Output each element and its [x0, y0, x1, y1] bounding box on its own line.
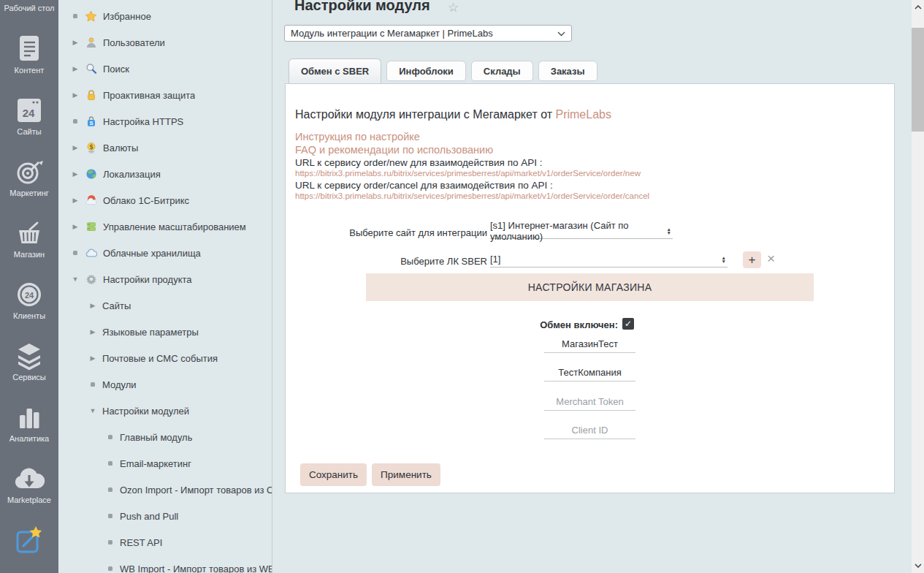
- merchant-token-input[interactable]: Merchant Token: [544, 395, 635, 411]
- lk-select[interactable]: [1] ▲▼: [490, 251, 728, 267]
- admin-menu-tree: Избранное▶Пользователи▶Поиск▶Проактивная…: [58, 0, 272, 573]
- rail-item-сервисы[interactable]: Сервисы: [7, 341, 51, 382]
- tree-item-label: Валюты: [103, 143, 138, 153]
- tree-item-label: Сайты: [102, 300, 131, 311]
- target-icon: [14, 157, 45, 186]
- user-icon: [85, 37, 97, 49]
- order-cancel-url-label: URL к сервису order/cancel для взаимодей…: [295, 180, 553, 191]
- module-select[interactable]: Модуль интеграции с Мегамаркет | PrimeLa…: [284, 25, 572, 42]
- rail-item-сайты[interactable]: 24Сайты: [7, 96, 51, 136]
- module-heading: Настройки модуля интеграции с Мегамаркет…: [295, 108, 611, 121]
- tree-item[interactable]: ▶Пользователи: [58, 29, 272, 56]
- scroll-up-icon[interactable]: [912, 1, 924, 13]
- tab-infoblocks[interactable]: Инфоблоки: [386, 61, 466, 81]
- rail-item-аналитика[interactable]: Аналитика: [7, 403, 51, 443]
- svg-text:S: S: [89, 120, 93, 126]
- tree-item-label: Локализация: [103, 169, 161, 180]
- add-lk-button[interactable]: +: [743, 251, 761, 268]
- apply-button[interactable]: Применить: [372, 463, 440, 486]
- client-id-input[interactable]: Client ID: [544, 424, 635, 439]
- collapsed-arrow-icon: ▶: [88, 302, 98, 309]
- select-spinner-icon[interactable]: ▲▼: [667, 227, 673, 235]
- tree-item[interactable]: ▶Языковые параметры: [58, 319, 272, 345]
- rail-item-desktop[interactable]: Рабочий стол: [4, 4, 54, 13]
- remove-lk-icon[interactable]: ×: [767, 251, 775, 267]
- bullet-icon: [105, 461, 115, 466]
- tree-item-label: Push and Pull: [120, 511, 178, 522]
- tree-item[interactable]: ▶$Валюты: [58, 134, 272, 161]
- tree-item[interactable]: ▶Проактивная защита: [58, 82, 272, 108]
- cloud-red-icon: [85, 194, 97, 207]
- instruction-link[interactable]: Инструкция по настройке: [295, 131, 420, 143]
- shop-name-input[interactable]: МагазинТест: [544, 338, 635, 353]
- site-select[interactable]: [s1] Интернет-магазин (Сайт по умолчанию…: [490, 223, 673, 239]
- tab-warehouses[interactable]: Склады: [471, 61, 533, 81]
- select-spinner-icon[interactable]: ▲▼: [722, 256, 728, 263]
- layers-icon: [14, 341, 45, 371]
- scroll-down-icon[interactable]: [912, 560, 924, 572]
- tree-item[interactable]: Модули: [58, 371, 272, 398]
- server-icon: [85, 221, 97, 233]
- currency-icon: $: [85, 142, 97, 154]
- exchange-enabled-checkbox[interactable]: ✓: [622, 318, 634, 330]
- tree-item[interactable]: ▶Облако 1С-Битрикс: [58, 187, 272, 213]
- tree-item[interactable]: ▶Управление масштабированием: [58, 213, 272, 240]
- bullet-icon: [105, 435, 115, 439]
- tree-item[interactable]: Email-маркетинг: [58, 450, 272, 477]
- order-new-url-label: URL к сервису order/new для взаимодейств…: [295, 157, 542, 168]
- tree-item[interactable]: REST API: [58, 529, 272, 555]
- rail-item-marketplace[interactable]: Marketplace: [7, 464, 51, 504]
- rail-item-label: Маркетинг: [9, 189, 48, 197]
- favorite-star-icon[interactable]: ☆: [448, 0, 459, 15]
- basket-icon: [14, 219, 45, 248]
- expanded-arrow-icon: ▼: [70, 276, 80, 283]
- tree-item[interactable]: Избранное: [58, 3, 272, 29]
- collapsed-arrow-icon: ▶: [70, 39, 80, 46]
- rail-item-клиенты[interactable]: 24Клиенты: [7, 280, 51, 320]
- rail-item-контент[interactable]: Контент: [7, 34, 51, 75]
- rail-item-label: Контент: [15, 66, 45, 75]
- save-button[interactable]: Сохранить: [300, 463, 367, 486]
- tree-item[interactable]: Push and Pull: [58, 503, 272, 529]
- order-cancel-url-link[interactable]: https://bitrix3.primelabs.ru/bitrix/serv…: [295, 191, 649, 200]
- rail-item-label: Сайты: [17, 127, 41, 136]
- tree-item-label: WB Import - Импорт товаров из WB: [120, 563, 272, 573]
- cloud-download-icon: [13, 464, 45, 493]
- tree-item[interactable]: ▶Сайты: [58, 292, 272, 319]
- order-new-url-link[interactable]: https://bitrix3.primelabs.ru/bitrix/serv…: [295, 169, 641, 178]
- tree-item[interactable]: Облачные хранилища: [58, 240, 272, 266]
- primelabs-link[interactable]: PrimeLabs: [555, 108, 611, 121]
- tree-item[interactable]: ▶Локализация: [58, 161, 272, 187]
- scrollbar-thumb[interactable]: [912, 28, 924, 132]
- tree-item[interactable]: ▶Почтовые и СМС события: [58, 345, 272, 371]
- tree-item[interactable]: ▶Поиск: [58, 56, 272, 82]
- tree-item[interactable]: ▼Настройки модулей: [58, 398, 272, 424]
- document-icon: [17, 34, 42, 64]
- tree-item[interactable]: WB Import - Импорт товаров из WB: [58, 555, 272, 573]
- rail-item-маркетинг[interactable]: Маркетинг: [7, 157, 51, 197]
- module-select-value: Модуль интеграции с Мегамаркет | PrimeLa…: [291, 28, 493, 39]
- company-name-input[interactable]: ТестКомпания: [544, 366, 635, 382]
- rail-item-магазин[interactable]: Магазин: [7, 219, 51, 259]
- bullet-icon: [88, 382, 98, 387]
- tree-item[interactable]: ▼Настройки продукта: [58, 266, 272, 292]
- form-actions: Сохранить Применить: [300, 463, 440, 486]
- collapsed-arrow-icon: ▶: [88, 328, 98, 335]
- tree-item[interactable]: SНастройка HTTPS: [58, 108, 272, 134]
- faq-link[interactable]: FAQ и рекомендации по использованию: [295, 144, 493, 156]
- collapsed-arrow-icon: ▶: [70, 223, 80, 230]
- rail-item-site-wizard[interactable]: [7, 525, 51, 555]
- tree-item[interactable]: Ozon Import - Импорт товаров из Ozon: [58, 477, 272, 503]
- bullet-icon: [105, 487, 115, 492]
- search-icon: [85, 63, 97, 75]
- bullet-icon: [105, 540, 115, 544]
- tree-item[interactable]: Главный модуль: [58, 424, 272, 450]
- tree-item-label: Почтовые и СМС события: [102, 353, 218, 364]
- shop-settings-section-header: НАСТРОЙКИ МАГАЗИНА: [366, 273, 814, 301]
- tab-orders[interactable]: Заказы: [538, 61, 597, 81]
- vertical-scrollbar[interactable]: [912, 0, 924, 573]
- rail-item-label: Клиенты: [13, 311, 45, 320]
- bullet-icon: [105, 514, 115, 518]
- tab-exchange-sber[interactable]: Обмен с SBER: [289, 58, 381, 83]
- svg-text:$: $: [89, 144, 93, 151]
